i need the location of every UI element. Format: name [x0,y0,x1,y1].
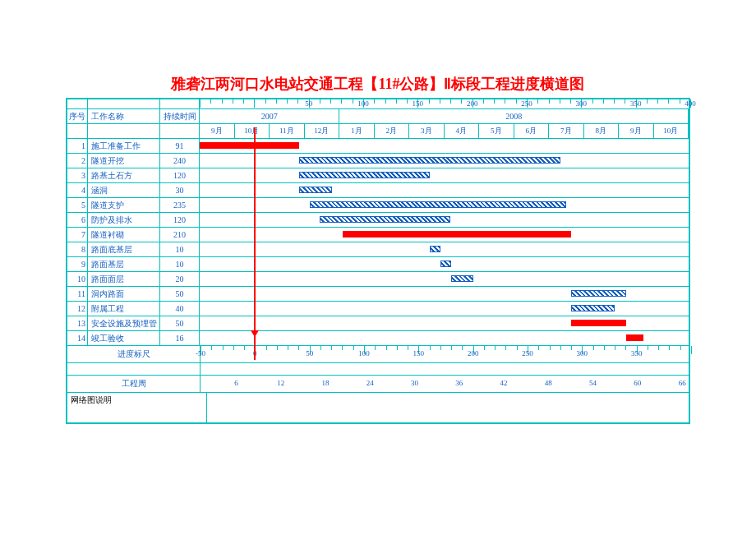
gantt-bar-critical [571,320,625,326]
task-name: 隧道衬砌 [88,228,160,242]
task-duration: 16 [160,331,200,345]
gantt-bar-critical [200,142,299,149]
task-row: 12附属工程40 [67,302,689,316]
week-label: 48 [545,379,552,387]
month-cell: 10月 [235,124,270,138]
scale-label: 50 [306,349,313,357]
gantt-bar-normal [299,172,430,178]
task-duration: 10 [160,242,200,256]
ruler-tick-label: 50 [305,99,312,108]
col-name-header: 工作名称 [88,109,160,123]
month-cell: 3月 [409,124,445,138]
task-duration: 10 [160,257,200,271]
scale-label: 200 [468,349,479,357]
week-label: 24 [366,379,374,387]
month-cell: 5月 [479,124,514,138]
scale-label: 300 [577,349,588,357]
task-row: 2隧道开挖240 [67,154,689,168]
gantt-bar-normal [299,187,332,193]
scale-label: 150 [413,349,425,357]
task-row: 3路基土石方120 [67,168,689,183]
task-name: 隧道开挖 [88,154,160,168]
task-row: 5隧道支护235 [67,198,689,213]
week-label: 36 [455,379,463,387]
top-ruler-row: 50100150200250300350400 [67,99,689,109]
gantt-bar-normal [451,275,473,282]
progress-scale-row: 进度标尺 -50050100150200250300350 [67,346,689,363]
task-duration: 40 [160,302,200,316]
scale-label: -50 [196,349,205,357]
task-bar-area [200,316,689,330]
scale-label: 0 [253,349,257,357]
progress-scale-label: 进度标尺 [67,346,201,362]
task-bar-area [200,183,689,197]
task-id: 3 [67,168,88,182]
task-row: 10路面面层20 [67,272,689,287]
gantt-bar-critical [626,334,643,341]
status-date-arrow-icon [251,330,259,337]
month-cell: 9月 [200,124,235,138]
task-bar-area [200,272,689,286]
task-name: 附属工程 [88,302,160,316]
ruler-tick-label: 200 [467,99,478,108]
task-duration: 50 [160,316,200,330]
gantt-bar-normal [440,261,451,267]
month-cell: 11月 [270,124,305,138]
task-bar-area [200,198,689,212]
task-id: 2 [67,154,88,168]
task-id: 9 [67,257,88,271]
month-cell: 7月 [549,124,584,138]
task-bar-area [200,228,689,242]
task-name: 路面面层 [88,272,160,286]
task-row: 6防护及排水120 [67,213,689,228]
week-label: 54 [589,379,597,387]
task-id: 11 [67,287,88,301]
task-name: 防护及排水 [88,213,160,227]
ruler-tick-label: 350 [630,99,642,108]
week-label: 60 [634,379,641,387]
task-name: 隧道支护 [88,198,160,212]
month-cell: 6月 [514,124,550,138]
month-cell: 8月 [584,124,620,138]
task-id: 5 [67,198,88,212]
task-duration: 235 [160,198,200,212]
task-bar-area [200,257,689,271]
task-id: 8 [67,242,88,256]
task-bar-area [200,242,689,256]
task-name: 路面底基层 [88,242,160,256]
ruler-tick-label: 100 [357,99,369,108]
task-name: 施工准备工作 [88,139,160,153]
gantt-bar-normal [310,201,566,208]
gantt-bar-critical [343,231,572,238]
task-id: 7 [67,228,88,242]
month-cell: 2月 [375,124,410,138]
task-duration: 30 [160,183,200,197]
task-id: 12 [67,302,88,316]
task-duration: 91 [160,139,200,153]
task-id: 6 [67,213,88,227]
task-id: 4 [67,183,88,197]
chart-title: 雅砻江两河口水电站交通工程【11#公路】Ⅱ标段工程进度横道图 [0,0,756,98]
task-id: 1 [67,139,88,153]
task-duration: 50 [160,287,200,301]
task-row: 1施工准备工作91 [67,139,689,154]
year-cell: 2007 [200,109,339,123]
month-cell: 9月 [619,124,654,138]
task-duration: 240 [160,154,200,168]
task-bar-area [200,287,689,301]
task-row: 13安全设施及预埋管50 [67,316,689,331]
task-id: 14 [67,331,88,345]
month-cell: 12月 [305,124,340,138]
task-bar-area [200,213,689,227]
scale-label: 350 [631,349,643,357]
task-duration: 120 [160,213,200,227]
month-header-row: 9月10月11月12月1月2月3月4月5月6月7月8月9月10月 [67,124,689,139]
col-id-header: 序号 [67,109,88,123]
task-bar-area [200,302,689,316]
task-row: 14竣工验收16 [67,331,689,346]
task-bar-area [200,139,689,153]
task-name: 安全设施及预埋管 [88,316,160,330]
task-bar-area [200,331,689,345]
week-label: 6 [234,379,238,387]
week-label: 42 [500,379,508,387]
